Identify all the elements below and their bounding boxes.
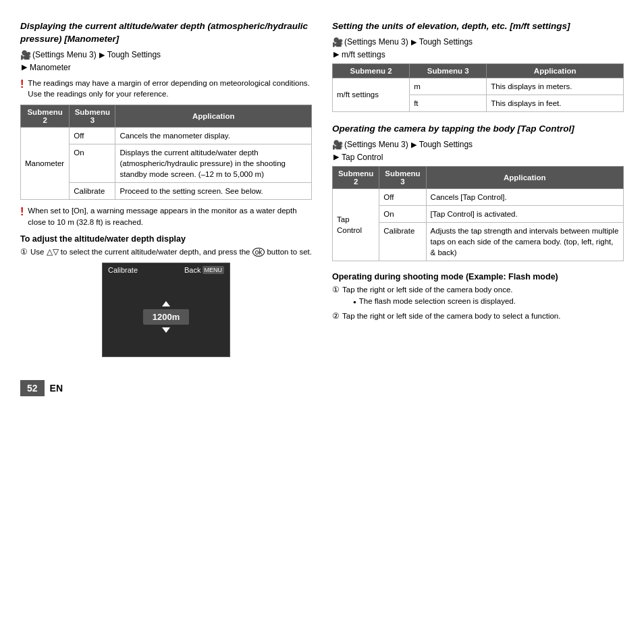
submenu3-ft: ft xyxy=(410,95,487,111)
subsection-title: To adjust the altitude/water depth displ… xyxy=(20,234,312,244)
step1: ① Use △▽ to select the current altitude/… xyxy=(20,246,312,258)
page-footer: 52 EN xyxy=(20,376,624,396)
r1-arrow2: ▶ xyxy=(333,50,339,59)
nav-path1: (Settings Menu 3) xyxy=(32,50,97,59)
th-application: Application xyxy=(115,105,312,127)
th-submenu2-r2: Submenu 2 xyxy=(333,166,379,188)
r1-arrow1: ▶ xyxy=(411,38,417,47)
tc-app-cal: Adjusts the tap strength and intervals b… xyxy=(426,223,623,261)
nav-arrow2: ▶ xyxy=(22,63,27,72)
shooting-step1: ① Tap the right or left side of the came… xyxy=(332,284,624,307)
th-submenu3-r2: Submenu 3 xyxy=(379,166,426,188)
th-submenu2: Submenu 2 xyxy=(21,105,70,127)
step-list: ① Use △▽ to select the current altitude/… xyxy=(20,246,312,258)
th-application-r2: Application xyxy=(426,166,623,188)
th-submenu3: Submenu 3 xyxy=(70,105,115,127)
back-label: Back xyxy=(184,266,200,274)
right-nav2-path2: ▶ Tap Control xyxy=(332,153,624,162)
calibrate-value: 1200m xyxy=(143,309,189,325)
submenu3-on: On xyxy=(70,144,115,183)
ok-button-inline: ok xyxy=(252,248,265,257)
r2-path3: Tap Control xyxy=(342,153,383,162)
triangle-up-icon xyxy=(162,301,170,306)
mft-label: m/ft settings xyxy=(333,78,410,111)
table-row: Manometer Off Cancels the manometer disp… xyxy=(21,127,312,144)
shooting-step1-content: Tap the right or left side of the camera… xyxy=(342,284,516,307)
note2-icon: ! xyxy=(20,205,24,219)
note1-text: The readings may have a margin of error … xyxy=(28,78,312,99)
tap-control-table: Submenu 2 Submenu 3 Application Tap Cont… xyxy=(332,166,624,261)
note2-text: When set to [On], a warning message appe… xyxy=(28,205,312,227)
page-lang: EN xyxy=(50,383,63,394)
tc-submenu3-cal: Calibrate xyxy=(379,223,426,261)
shooting-step2: ② Tap the right or left side of the came… xyxy=(332,311,624,322)
shooting-step1-num: ① xyxy=(332,284,340,296)
app-calibrate: Proceed to the setting screen. See below… xyxy=(115,183,312,200)
step1-sub-text: The flash mode selection screen is displ… xyxy=(359,296,516,306)
submenu3-m: m xyxy=(410,78,487,95)
mft-table: Submenu 2 Submenu 3 Application m/ft set… xyxy=(332,63,624,112)
app-m: This displays in meters. xyxy=(487,78,624,95)
th-submenu3-r1: Submenu 3 xyxy=(410,63,487,78)
r2-arrow1: ▶ xyxy=(411,140,417,149)
submenu3-calibrate: Calibrate xyxy=(70,183,115,200)
shooting-step1-text: Tap the right or left side of the camera… xyxy=(342,286,513,294)
r1-path3: m/ft settings xyxy=(342,50,385,59)
right-nav1-path2: ▶ m/ft settings xyxy=(332,50,624,59)
note2: ! When set to [On], a warning message ap… xyxy=(20,205,312,227)
nav-path3: Manometer xyxy=(30,63,71,72)
calibrate-label: Calibrate xyxy=(108,266,138,274)
page-number: 52 xyxy=(20,380,45,396)
note1-icon: ! xyxy=(20,77,24,92)
right-nav2-path: 🎥 (Settings Menu 3) ▶ Tough Settings xyxy=(332,140,624,150)
camera-icon-r1: 🎥 xyxy=(332,37,343,47)
left-column: Displaying the current altitude/water de… xyxy=(20,20,312,363)
calibrate-header: Calibrate Back MENU xyxy=(103,263,230,277)
shooting-mode-section: Operating during shooting mode (Example:… xyxy=(332,272,624,321)
app-on: Displays the current altitude/water dept… xyxy=(115,144,312,183)
manometer-label: Manometer xyxy=(21,127,70,199)
shooting-step2-num: ② xyxy=(332,311,340,322)
table-row: m/ft settings m This displays in meters. xyxy=(333,78,624,95)
r2-path2: Tough Settings xyxy=(419,140,473,149)
tap-control-label: Tap Control xyxy=(333,188,379,261)
r2-path1: (Settings Menu 3) xyxy=(344,140,408,149)
app-ft: This displays in feet. xyxy=(487,95,624,111)
th-submenu2-r1: Submenu 2 xyxy=(333,63,410,78)
r1-path2: Tough Settings xyxy=(419,37,473,47)
camera-icon: 🎥 xyxy=(20,50,31,60)
table-row: Tap Control Off Cancels [Tap Control]. xyxy=(333,188,624,205)
r2-arrow2: ▶ xyxy=(333,153,339,161)
nav-path2: Tough Settings xyxy=(107,50,161,59)
left-nav-path: 🎥 (Settings Menu 3) ▶ Tough Settings xyxy=(20,50,312,60)
calibrate-back: Back MENU xyxy=(184,266,224,274)
calibrate-screen: Calibrate Back MENU 1200m xyxy=(102,263,230,357)
tc-submenu3-off: Off xyxy=(379,188,426,205)
right-section2-title: Operating the camera by tapping the body… xyxy=(332,123,624,136)
menu-badge: MENU xyxy=(203,266,225,274)
submenu3-off: Off xyxy=(70,127,115,144)
tc-app-on: [Tap Control] is activated. xyxy=(426,206,623,223)
left-section-title: Displaying the current altitude/water de… xyxy=(20,20,312,46)
right-column: Setting the units of elevation, depth, e… xyxy=(332,20,624,363)
th-application-r1: Application xyxy=(487,63,624,78)
right-section1-title: Setting the units of elevation, depth, e… xyxy=(332,20,624,33)
shooting-step2-text: Tap the right or left side of the camera… xyxy=(342,311,560,321)
step1-sub: ● The flash mode selection screen is dis… xyxy=(353,296,516,306)
tc-app-off: Cancels [Tap Control]. xyxy=(426,188,623,205)
shooting-step-list: ① Tap the right or left side of the came… xyxy=(332,284,624,321)
bullet-icon: ● xyxy=(353,298,356,306)
camera-icon-r2: 🎥 xyxy=(332,140,343,150)
nav-arrow1: ▶ xyxy=(99,51,105,59)
r1-path1: (Settings Menu 3) xyxy=(344,37,408,47)
step1-num: ① xyxy=(20,246,28,258)
tap-control-section: Operating the camera by tapping the body… xyxy=(332,123,624,261)
right-section3-title: Operating during shooting mode (Example:… xyxy=(332,272,624,281)
calibrate-body: 1200m xyxy=(103,277,230,356)
right-nav1-path: 🎥 (Settings Menu 3) ▶ Tough Settings xyxy=(332,37,624,47)
triangle-down-icon xyxy=(162,327,170,333)
page-content: Displaying the current altitude/water de… xyxy=(20,20,624,363)
note1: ! The readings may have a margin of erro… xyxy=(20,78,312,99)
left-nav-path2: ▶ Manometer xyxy=(20,63,312,72)
app-off: Cancels the manometer display. xyxy=(115,127,312,144)
